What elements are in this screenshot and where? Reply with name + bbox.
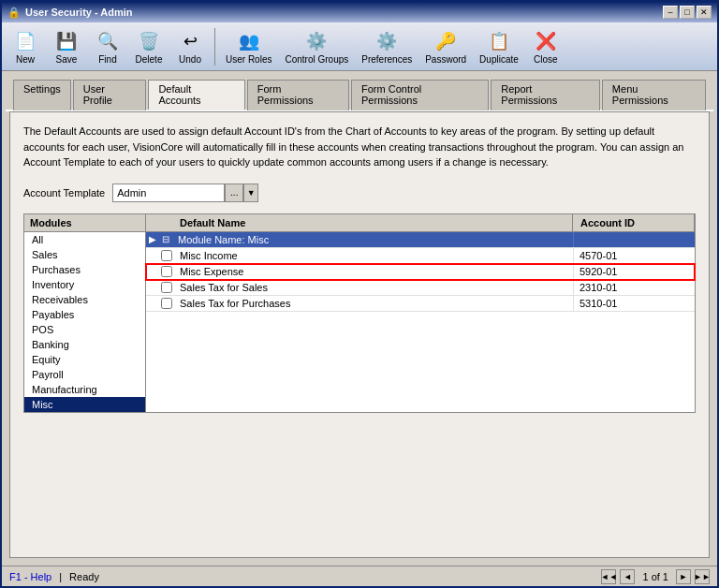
tab-default-accounts[interactable]: Default Accounts <box>148 80 244 110</box>
status-ready: Ready <box>69 571 99 582</box>
grid-row-misc-expense[interactable]: Misc Expense 5920-01 <box>146 264 695 280</box>
find-button[interactable]: 🔍 Find <box>89 25 126 67</box>
preferences-button[interactable]: ⚙️ Preferences <box>357 25 417 67</box>
page-info: 1 of 1 <box>642 571 668 582</box>
nav-last-button[interactable]: ►► <box>695 569 710 584</box>
title-bar: 🔒 User Security - Admin – □ ✕ <box>2 2 717 22</box>
toolbar: 📄 New 💾 Save 🔍 Find 🗑️ Delete ↩ Undo 👥 <box>2 22 717 71</box>
description-text: The Default Accounts are used to assign … <box>23 124 696 170</box>
data-area: Modules All Sales Purchases Inventory Re… <box>23 213 696 413</box>
account-template-row: Account Template ... ▼ <box>23 184 696 202</box>
checkbox-3[interactable] <box>161 282 172 293</box>
status-nav: ◄◄ ◄ 1 of 1 ► ►► <box>601 569 710 584</box>
modules-header: Modules <box>24 214 145 232</box>
cell-sales-tax-sales-name: Sales Tax for Sales <box>174 280 573 295</box>
title-bar-controls: – □ ✕ <box>663 6 712 19</box>
grid-header-default-name: Default Name <box>172 214 573 231</box>
row-expand-arrow[interactable]: ▶ <box>146 232 159 247</box>
account-template-arrow-button[interactable]: ▼ <box>243 184 258 202</box>
module-item-manufacturing[interactable]: Manufacturing <box>24 382 145 397</box>
account-template-dots-button[interactable]: ... <box>225 184 243 202</box>
window-title: User Security - Admin <box>25 7 133 18</box>
status-bar: F1 - Help | Ready ◄◄ ◄ 1 of 1 ► ►► <box>2 566 717 586</box>
undo-icon: ↩ <box>177 28 203 54</box>
module-item-banking[interactable]: Banking <box>24 337 145 352</box>
tabs-bar: Settings User Profile Default Accounts F… <box>6 75 713 111</box>
tab-user-profile[interactable]: User Profile <box>73 80 147 110</box>
password-icon: 🔑 <box>433 28 459 54</box>
module-item-sales[interactable]: Sales <box>24 247 145 262</box>
nav-prev-button[interactable]: ◄ <box>620 569 635 584</box>
save-icon: 💾 <box>53 28 80 54</box>
close-toolbar-icon: ❌ <box>533 28 559 54</box>
grid-row-sales-tax-purchases[interactable]: Sales Tax for Purchases 5310-01 <box>146 296 695 312</box>
module-item-purchases[interactable]: Purchases <box>24 262 145 277</box>
nav-next-button[interactable]: ► <box>676 569 691 584</box>
tab-menu-permissions[interactable]: Menu Permissions <box>602 80 706 110</box>
user-roles-button[interactable]: 👥 User Roles <box>221 25 276 67</box>
undo-button[interactable]: ↩ Undo <box>171 25 209 67</box>
control-groups-icon: ⚙️ <box>303 28 330 54</box>
module-item-all[interactable]: All <box>24 232 145 247</box>
password-button[interactable]: 🔑 Password <box>420 25 471 67</box>
duplicate-button[interactable]: 📋 Duplicate <box>475 25 523 67</box>
grid-header: Default Name Account ID <box>146 214 695 232</box>
grid-module-header-row: ▶ ⊟ Module Name: Misc <box>146 232 695 248</box>
checkbox-2[interactable] <box>161 266 172 277</box>
row-arrow-1 <box>146 248 159 263</box>
duplicate-icon: 📋 <box>486 28 512 54</box>
row-checkbox-3[interactable] <box>159 280 174 295</box>
find-icon: 🔍 <box>95 28 121 54</box>
tab-form-permissions[interactable]: Form Permissions <box>247 80 349 110</box>
cell-misc-expense-name: Misc Expense <box>174 264 573 279</box>
grid-row-misc-income[interactable]: Misc Income 4570-01 <box>146 248 695 264</box>
module-item-equity[interactable]: Equity <box>24 352 145 367</box>
toolbar-separator <box>214 28 215 66</box>
module-item-receivables[interactable]: Receivables <box>24 292 145 307</box>
grid-row-sales-tax-sales[interactable]: Sales Tax for Sales 2310-01 <box>146 280 695 296</box>
cell-misc-income-name: Misc Income <box>174 248 573 263</box>
account-template-combo: ... ▼ <box>112 184 258 202</box>
nav-first-button[interactable]: ◄◄ <box>601 569 616 584</box>
module-item-payables[interactable]: Payables <box>24 307 145 322</box>
module-item-payroll[interactable]: Payroll <box>24 367 145 382</box>
row-arrow-2 <box>146 264 159 279</box>
new-icon: 📄 <box>12 28 38 54</box>
row-arrow-4 <box>146 296 159 311</box>
help-link[interactable]: F1 - Help <box>9 571 51 582</box>
control-groups-button[interactable]: ⚙️ Control Groups <box>280 25 353 67</box>
checkbox-4[interactable] <box>161 298 172 309</box>
grid-panel: Default Name Account ID ▶ ⊟ Module Name:… <box>146 214 695 412</box>
title-bar-left: 🔒 User Security - Admin <box>7 7 133 19</box>
delete-button[interactable]: 🗑️ Delete <box>130 25 168 67</box>
cell-sales-tax-purchases-name: Sales Tax for Purchases <box>174 296 573 311</box>
minimize-button[interactable]: – <box>663 6 678 19</box>
maximize-button[interactable]: □ <box>680 6 695 19</box>
checkbox-1[interactable] <box>161 250 172 261</box>
status-left: F1 - Help | Ready <box>9 571 99 582</box>
window-close-button[interactable]: ✕ <box>697 6 712 19</box>
row-checkbox-2[interactable] <box>159 264 174 279</box>
modules-panel: Modules All Sales Purchases Inventory Re… <box>24 214 146 412</box>
cell-sales-tax-sales-account: 2310-01 <box>573 280 695 295</box>
account-template-input[interactable] <box>112 184 225 202</box>
module-item-pos[interactable]: POS <box>24 322 145 337</box>
module-header-expand[interactable]: ⊟ <box>159 232 172 247</box>
row-arrow-3 <box>146 280 159 295</box>
row-checkbox-1[interactable] <box>159 248 174 263</box>
tab-form-control-permissions[interactable]: Form Control Permissions <box>351 80 489 110</box>
window-icon: 🔒 <box>7 7 21 19</box>
module-header-account <box>573 232 695 247</box>
new-button[interactable]: 📄 New <box>7 25 44 67</box>
module-item-inventory[interactable]: Inventory <box>24 277 145 292</box>
status-separator: | <box>59 571 62 582</box>
cell-misc-expense-account: 5920-01 <box>573 264 695 279</box>
close-toolbar-button[interactable]: ❌ Close <box>527 25 565 67</box>
module-item-misc[interactable]: Misc <box>24 397 145 412</box>
row-checkbox-4[interactable] <box>159 296 174 311</box>
tab-settings[interactable]: Settings <box>13 80 71 110</box>
tab-report-permissions[interactable]: Report Permissions <box>491 80 600 110</box>
preferences-icon: ⚙️ <box>374 28 400 54</box>
delete-icon: 🗑️ <box>136 28 162 54</box>
save-button[interactable]: 💾 Save <box>48 25 85 67</box>
